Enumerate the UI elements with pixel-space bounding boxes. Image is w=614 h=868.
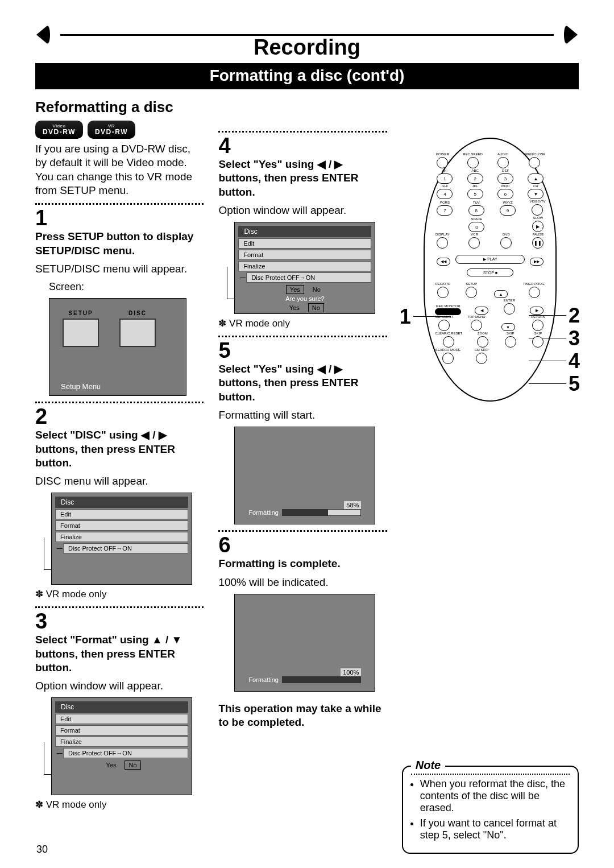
step-3-title: Select "Format" using ▲ / ▼ buttons, the… xyxy=(35,633,204,675)
dvd-button xyxy=(500,237,512,249)
divider xyxy=(35,203,204,205)
setup-caption: Setup Menu xyxy=(61,382,101,391)
nav-up-button: ▲ xyxy=(494,290,508,298)
menu-item: Format xyxy=(55,725,188,735)
step-4-body: Option window will appear. xyxy=(218,204,387,217)
skip-prev-button xyxy=(505,336,516,348)
ornament-left-icon xyxy=(35,24,60,46)
disc-tab: DISC xyxy=(118,310,157,347)
keypad-1: 1 xyxy=(437,173,453,184)
yes-no-row: Yes No xyxy=(55,758,188,771)
menu-item: Disc Protect OFF→ON xyxy=(63,748,188,758)
nav-right-button: ▶ xyxy=(530,307,544,315)
menu-title: Disc xyxy=(55,701,188,713)
callout-5: 5 xyxy=(569,372,580,396)
step-1-title: Press SETUP button to display SETUP/DISC… xyxy=(35,230,204,258)
vr-mode-note: ✽ VR mode only xyxy=(218,317,387,330)
note-item: When you reformat the disc, the contents… xyxy=(420,778,570,814)
vr-mode-note: ✽ VR mode only xyxy=(35,588,204,601)
menu-item: Format xyxy=(55,520,188,531)
keypad-3: 3 xyxy=(497,173,513,184)
header-recording: Recording xyxy=(35,35,579,60)
menu-title: Disc xyxy=(55,497,188,508)
step-5-number: 5 xyxy=(218,340,387,361)
search-mode-button xyxy=(442,353,454,364)
ch-up-button: ▲ xyxy=(528,173,544,184)
callout-2: 2 xyxy=(569,304,580,328)
note-box: Note When you reformat the disc, the con… xyxy=(402,766,579,854)
nav-down-button: ▼ xyxy=(501,323,515,331)
disc-menu-format: Disc Edit Format Finalize Disc Protect O… xyxy=(51,697,192,795)
divider xyxy=(218,336,387,337)
rec-otr-button xyxy=(437,287,449,298)
menu-item: Edit xyxy=(55,509,188,519)
menu-item: Finalize xyxy=(55,532,188,542)
skip-next-button xyxy=(532,336,544,348)
step-2-body: DISC menu will appear. xyxy=(35,474,204,488)
remote-outline: POWER REC SPEED AUDIO OPEN/CLOSE @/:1 AB… xyxy=(424,138,557,402)
intro-text: If you are using a DVD-RW disc, by defau… xyxy=(35,142,204,197)
step-3-body: Option window will appear. xyxy=(35,679,204,693)
step-2-title: Select "DISC" using ◀ / ▶ buttons, then … xyxy=(35,428,204,470)
formatting-label: Formatting xyxy=(248,676,279,683)
vcr-button xyxy=(468,237,480,249)
power-button xyxy=(437,157,448,168)
step-2-number: 2 xyxy=(35,406,204,427)
menu-item: Finalize xyxy=(55,737,188,747)
ornament-right-icon xyxy=(554,24,579,46)
menu-item: Edit xyxy=(55,714,188,724)
keypad-9: 9 xyxy=(500,205,516,216)
menu-item: Disc Protect OFF→ON xyxy=(246,272,371,283)
zoom-button xyxy=(477,336,488,348)
divider xyxy=(35,402,204,403)
video-tv-button xyxy=(532,204,543,216)
menu-item: Format xyxy=(238,250,371,260)
enter-button xyxy=(504,303,515,315)
nav-left-button: ◀ xyxy=(475,307,488,315)
callout-4: 4 xyxy=(569,349,580,373)
divider xyxy=(35,606,204,608)
setup-button xyxy=(466,287,477,298)
page-number: 30 xyxy=(36,844,48,855)
keypad-4: 4 xyxy=(437,189,453,199)
cm-skip-button xyxy=(476,353,487,364)
step-5-body: Formatting will start. xyxy=(218,408,387,422)
keypad-8: 8 xyxy=(468,205,484,216)
yes-no-row: Yes No xyxy=(238,283,371,295)
progress-percent: 58% xyxy=(344,501,361,509)
menu-title: Disc xyxy=(238,226,371,237)
step-3-number: 3 xyxy=(35,610,204,632)
badge-dvdrw-video: Video DVD-RW xyxy=(35,121,83,139)
divider xyxy=(218,530,387,532)
rew-button: ◀◀ xyxy=(437,258,450,266)
display-button xyxy=(437,237,448,249)
stop-button: STOP ■ xyxy=(467,268,513,276)
are-you-sure: Are you sure? xyxy=(238,295,371,303)
slow-button: ▶ xyxy=(532,221,544,232)
audio-button xyxy=(497,157,509,168)
formatting-screen-100: 100% Formatting xyxy=(234,594,375,692)
divider xyxy=(218,131,387,133)
pause-button: ❚❚ xyxy=(532,237,544,249)
yes-no-row: Yes No xyxy=(238,303,371,313)
operation-warning: This operation may take a while to be co… xyxy=(218,702,387,730)
note-title: Note xyxy=(411,759,445,772)
setup-screen: SETUP DISC Setup Menu xyxy=(49,298,186,396)
open-close-button xyxy=(529,157,540,168)
rec-speed-button xyxy=(467,157,479,168)
keypad-0: 0 xyxy=(468,222,484,232)
menu-list-button xyxy=(438,320,450,331)
note-item: If you want to cancel format at step 5, … xyxy=(420,817,570,841)
progress-percent: 100% xyxy=(341,668,361,676)
callout-3: 3 xyxy=(569,326,580,350)
remote-diagram: 1 2 3 4 5 POWER REC SPEED AUDIO xyxy=(402,138,579,402)
menu-item: Finalize xyxy=(238,261,371,271)
ch-down-button: ▼ xyxy=(528,189,544,199)
step-6-body: 100% will be indicated. xyxy=(218,576,387,589)
callout-1: 1 xyxy=(400,305,411,329)
disc-menu: Disc Edit Format Finalize Disc Protect O… xyxy=(51,493,192,585)
top-menu-button xyxy=(471,320,482,331)
step-1-number: 1 xyxy=(35,207,204,229)
step-4-title: Select "Yes" using ◀ / ▶ buttons, then p… xyxy=(218,158,387,199)
rec-monitor-button xyxy=(435,308,461,315)
